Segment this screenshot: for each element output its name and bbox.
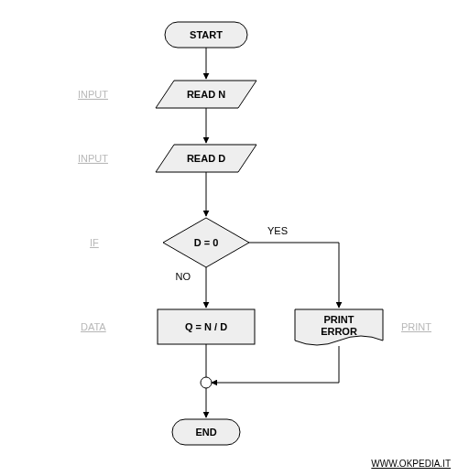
read-n-node: READ N (156, 81, 256, 108)
connector-node (201, 377, 212, 388)
end-label: END (195, 427, 216, 438)
arrow-yes (249, 243, 339, 308)
start-label: START (190, 29, 223, 40)
start-node: START (165, 22, 247, 48)
print-error-label-2: ERROR (321, 326, 357, 337)
compute-label: Q = N / D (185, 321, 227, 332)
read-d-node: READ D (156, 145, 256, 172)
edge-label-no: NO (176, 271, 191, 282)
side-label-data: DATA (81, 321, 106, 332)
decision-node: D = 0 (163, 218, 249, 267)
compute-node: Q = N / D (158, 309, 255, 344)
read-d-label: READ D (187, 153, 225, 164)
end-node: END (172, 419, 240, 445)
side-label-if: IF (90, 237, 99, 248)
side-label-input2: INPUT (78, 153, 108, 164)
footer-link[interactable]: WWW.OKPEDIA.IT (371, 459, 451, 469)
side-label-print: PRINT (401, 321, 431, 332)
arrow-print-connector (212, 346, 339, 383)
edge-label-yes: YES (267, 225, 288, 236)
side-label-input1: INPUT (78, 89, 108, 100)
read-n-label: READ N (187, 89, 225, 100)
print-error-label-1: PRINT (324, 314, 354, 325)
print-error-node: PRINT ERROR (295, 309, 383, 345)
decision-label: D = 0 (194, 237, 219, 248)
